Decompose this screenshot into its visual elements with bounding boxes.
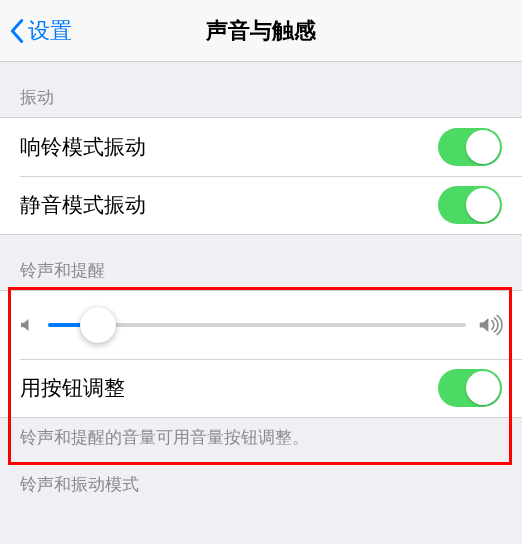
- row-volume-slider: [0, 291, 522, 359]
- page-title: 声音与触感: [0, 16, 522, 46]
- slider-thumb[interactable]: [80, 307, 116, 343]
- section-header-ringer: 铃声和提醒: [0, 235, 522, 290]
- row-silent-vibrate[interactable]: 静音模式振动: [0, 176, 522, 234]
- switch-knob: [466, 188, 500, 222]
- switch-ring-vibrate[interactable]: [438, 128, 502, 166]
- group-vibrate: 响铃模式振动 静音模式振动: [0, 117, 522, 235]
- row-label: 静音模式振动: [20, 191, 146, 219]
- section-header-vibrate: 振动: [0, 62, 522, 117]
- back-label: 设置: [28, 16, 72, 46]
- navbar: 设置 声音与触感: [0, 0, 522, 62]
- speaker-max-icon: [478, 314, 504, 336]
- row-button-adjust[interactable]: 用按钮调整: [0, 359, 522, 417]
- row-label: 用按钮调整: [20, 374, 125, 402]
- group-ringer: 用按钮调整: [0, 290, 522, 418]
- switch-knob: [466, 371, 500, 405]
- volume-slider[interactable]: [48, 307, 466, 343]
- row-label: 响铃模式振动: [20, 133, 146, 161]
- speaker-min-icon: [18, 316, 36, 334]
- chevron-left-icon: [10, 19, 24, 43]
- row-ring-vibrate[interactable]: 响铃模式振动: [0, 118, 522, 176]
- section-header-patterns: 铃声和振动模式: [0, 449, 522, 504]
- switch-knob: [466, 130, 500, 164]
- switch-silent-vibrate[interactable]: [438, 186, 502, 224]
- switch-button-adjust[interactable]: [438, 369, 502, 407]
- section-footer-ringer: 铃声和提醒的音量可用音量按钮调整。: [0, 418, 522, 449]
- back-button[interactable]: 设置: [0, 16, 72, 46]
